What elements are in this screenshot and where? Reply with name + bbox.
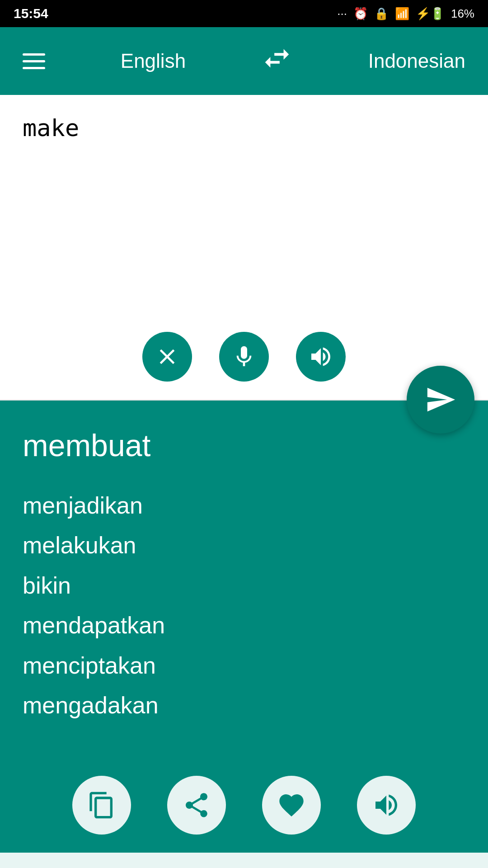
- translation-line-4: mendapatkan: [23, 612, 165, 638]
- speak-translation-button[interactable]: [357, 776, 416, 835]
- menu-button[interactable]: [23, 53, 45, 69]
- translation-line-5: menciptakan: [23, 652, 156, 679]
- toolbar: English Indonesian: [0, 27, 488, 95]
- copy-button[interactable]: [72, 776, 131, 835]
- translate-button[interactable]: [407, 366, 474, 434]
- source-language[interactable]: English: [121, 50, 186, 72]
- sim-icon: 🔒: [374, 7, 389, 21]
- secondary-translations: menjadikan melakukan bikin mendapatkan m…: [23, 486, 465, 725]
- translation-line-6: mengadakan: [23, 692, 159, 718]
- translation-line-2: melakukan: [23, 532, 136, 558]
- clear-button[interactable]: [142, 332, 192, 382]
- microphone-button[interactable]: [219, 332, 269, 382]
- battery-icon: ⚡🔋: [416, 7, 445, 21]
- status-icons: ··· ⏰ 🔒 📶 ⚡🔋 16%: [337, 7, 474, 21]
- primary-translation: membuat: [23, 428, 465, 463]
- target-language[interactable]: Indonesian: [368, 50, 465, 72]
- source-text-input[interactable]: make: [23, 113, 465, 321]
- signal-icon: 📶: [395, 7, 409, 21]
- overflow-icon: ···: [337, 7, 347, 21]
- input-actions: [23, 332, 465, 382]
- bottom-actions: [0, 776, 488, 835]
- battery-percent: 16%: [451, 7, 474, 21]
- translation-line-3: bikin: [23, 572, 71, 599]
- share-button[interactable]: [167, 776, 226, 835]
- status-time: 15:54: [14, 6, 48, 21]
- favorite-button[interactable]: [262, 776, 321, 835]
- speak-source-button[interactable]: [296, 332, 346, 382]
- status-bar: 15:54 ··· ⏰ 🔒 📶 ⚡🔋 16%: [0, 0, 488, 27]
- alarm-icon: ⏰: [353, 7, 368, 21]
- input-area: make: [0, 95, 488, 401]
- swap-languages-button[interactable]: [261, 42, 293, 80]
- result-area: membuat menjadikan melakukan bikin menda…: [0, 401, 488, 853]
- translation-line-1: menjadikan: [23, 492, 143, 519]
